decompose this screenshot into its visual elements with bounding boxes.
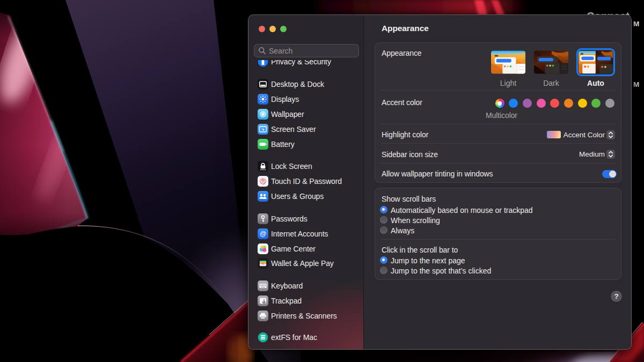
svg-text:@: @ — [260, 230, 267, 238]
